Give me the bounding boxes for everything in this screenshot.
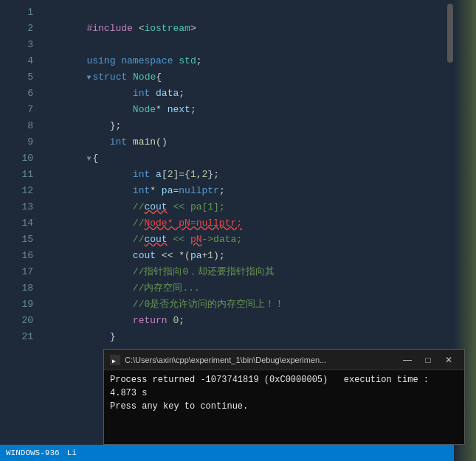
collapse-icon-4[interactable]: ▼ [86,74,91,82]
line-num-4: 4 [0,53,41,69]
func-main: main [133,136,156,148]
comment-12b: << pa[1]; [168,201,225,212]
line-num-12: 12 [0,183,41,199]
line-num-15: 15 [0,232,41,248]
terminal-body: Process returned -1073741819 (0xC0000005… [104,370,464,444]
identifier-data: data [156,88,179,99]
terminal-titlebar: ▶ C:\Users\axin\cpp\experiment_1\bin\Deb… [104,350,464,370]
type-node-ptr: Node [133,104,156,115]
keyword-std: std [179,55,196,66]
terminal-minimize-button[interactable]: — [398,353,417,367]
code-line-1: #include <iostream> [41,4,454,21]
status-language: Li [67,448,77,457]
comment-17: //内存空间... [133,283,200,294]
code-line-3: using namespace std; [41,37,454,53]
comment-12: // [133,201,145,212]
keyword-using: using [86,55,115,66]
keyword-include: #include [86,23,132,34]
line-num-2: 2 [0,21,41,37]
line-num-8: 8 [0,118,41,134]
line-num-21: 21 [0,329,41,345]
identifier-a: a [156,169,162,180]
identifier-pa-15: pa [190,250,202,261]
type-node: Node [133,72,156,83]
terminal-maximize-button[interactable]: □ [418,353,438,367]
comment-14c: ->data; [202,234,243,245]
num-1-15: 1 [207,250,213,261]
line-num-16: 16 [0,248,41,264]
comment-14b: << [168,234,190,245]
comment-cout-14: cout [144,234,167,245]
num-2: 2 [168,169,173,180]
identifier-next: next [168,104,190,115]
comment-13: // [133,218,145,229]
keyword-return: return [133,315,168,326]
line-num-18: 18 [0,280,41,297]
keyword-namespace: namespace [121,55,173,66]
keyword-int-8: int [110,136,127,148]
terminal-window[interactable]: ▶ C:\Users\axin\cpp\experiment_1\bin\Deb… [103,349,465,445]
line-num-3: 3 [0,37,41,53]
line-num-1: 1 [0,4,41,21]
terminal-app-icon: ▶ [110,355,120,365]
line-num-17: 17 [0,264,41,280]
line-num-5: 5 [0,69,41,86]
line-num-13: 13 [0,199,41,215]
scrollbar[interactable] [446,0,454,361]
keyword-nullptr: nullptr [179,185,219,196]
line-num-11: 11 [0,167,41,183]
line-num-20: 20 [0,313,41,329]
code-container: 1 2 3 4 5 6 7 8 9 10 11 12 13 14 15 16 1… [0,0,454,369]
status-bar: WINDOWS-936 Li [0,445,454,461]
line-num-9: 9 [0,134,41,150]
collapse-icon-9[interactable]: ▼ [86,155,91,163]
keyword-cout-15: cout [133,250,156,261]
code-lines[interactable]: #include <iostream> using namespace std;… [41,0,454,369]
comment-14: // [133,234,145,245]
scrollbar-thumb[interactable] [447,4,453,63]
num-1: 1 [190,169,196,180]
keyword-struct: struct [92,72,127,83]
line-num-19: 19 [0,297,41,313]
code-line-10: int a[2]={1,2}; [41,150,454,167]
line-numbers: 1 2 3 4 5 6 7 8 9 10 11 12 13 14 15 16 1… [0,0,41,369]
comment-node-13: Node* pN=nullptr; [144,218,242,229]
terminal-title: C:\Users\axin\cpp\experiment_1\bin\Debug… [125,356,398,364]
svg-text:▶: ▶ [112,358,116,364]
status-encoding: WINDOWS-936 [6,448,60,457]
line-num-7: 7 [0,102,41,118]
keyword-int-5: int [133,88,150,99]
comment-16: //指针指向0，却还要指针指向其 [133,266,275,277]
terminal-line-1: Process returned -1073741819 (0xC0000005… [110,373,458,400]
terminal-line-2: Press any key to continue. [110,400,458,413]
keyword-int-11: int [133,185,150,196]
line-num-10: 10 [0,150,41,167]
terminal-close-button[interactable]: ✕ [439,353,458,367]
comment-cout-12: cout [144,201,167,212]
comment-18: //0是否允许访问的内存空间上！！ [133,299,284,310]
line-num-14: 14 [0,215,41,232]
identifier-pa: pa [162,185,173,196]
terminal-controls: — □ ✕ [398,353,458,367]
keyword-int-10: int [133,169,150,180]
line-num-6: 6 [0,86,41,102]
comment-pn-14: pN [190,234,202,245]
editor-area: 1 2 3 4 5 6 7 8 9 10 11 12 13 14 15 16 1… [0,0,476,461]
